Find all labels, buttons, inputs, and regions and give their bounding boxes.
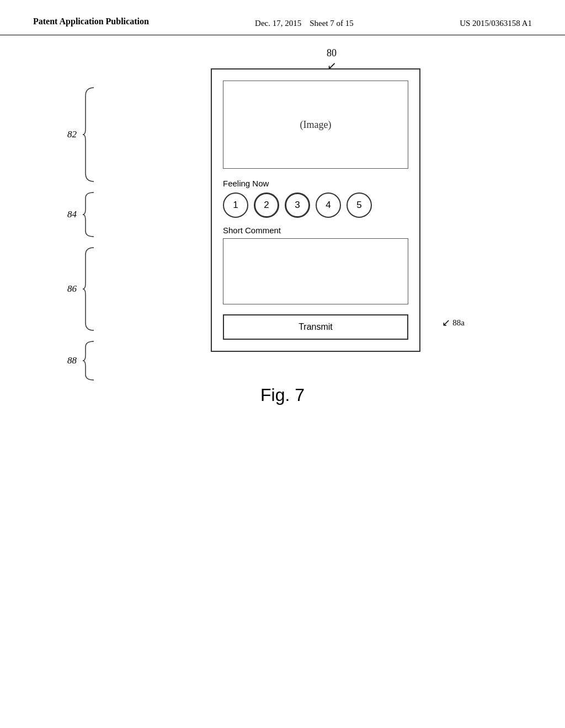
figure-caption: Fig. 7 <box>260 385 305 405</box>
brace-84-icon <box>80 190 97 239</box>
arrow-88a-icon: ↙ <box>442 317 450 329</box>
feeling-circle-4[interactable]: 4 <box>316 192 341 218</box>
annotation-88a: ↙ 88a <box>442 317 465 329</box>
label-86: 86 <box>67 283 77 295</box>
sheet-info: Sheet 7 of 15 <box>310 19 354 28</box>
page-header: Patent Application Publication Dec. 17, … <box>0 0 565 35</box>
feeling-section: Feeling Now 1 2 3 4 <box>223 179 408 218</box>
label-82: 82 <box>67 129 77 140</box>
device-frame: (Image) Feeling Now 1 2 3 <box>211 68 420 352</box>
annotation-82: 82 <box>67 85 97 184</box>
main-content: 82 84 86 88 <box>0 35 565 405</box>
comment-label: Short Comment <box>223 226 408 235</box>
annotation-88: 88 <box>67 339 97 383</box>
feeling-circle-1[interactable]: 1 <box>223 192 248 218</box>
annotation-84: 84 <box>67 190 97 239</box>
brace-88-icon <box>80 339 97 383</box>
feeling-circle-5[interactable]: 5 <box>347 192 372 218</box>
label-84: 84 <box>67 209 77 220</box>
label-88a: 88a <box>452 318 465 328</box>
publication-title: Patent Application Publication <box>33 15 149 28</box>
feeling-label: Feeling Now <box>223 179 408 188</box>
brace-86-icon <box>80 245 97 333</box>
feeling-circle-2[interactable]: 2 <box>254 192 279 218</box>
device-wrapper: 80 ↙ (Image) Feeling Now 1 <box>211 68 420 352</box>
image-section: (Image) <box>223 81 408 169</box>
comment-input-box[interactable] <box>223 238 408 304</box>
label-88: 88 <box>67 355 77 366</box>
feeling-circle-3[interactable]: 3 <box>285 192 310 218</box>
patent-number: US 2015/0363158 A1 <box>460 15 532 29</box>
publication-date: Dec. 17, 2015 <box>255 19 301 28</box>
label-80: 80 <box>327 47 337 59</box>
annotation-86: 86 <box>67 245 97 333</box>
publication-date-sheet: Dec. 17, 2015 Sheet 7 of 15 <box>255 15 354 29</box>
transmit-button[interactable]: Transmit <box>223 314 408 340</box>
comment-section: Short Comment <box>223 226 408 304</box>
brace-82-icon <box>80 85 97 184</box>
feeling-circles: 1 2 3 4 5 <box>223 192 408 218</box>
image-placeholder-text: (Image) <box>300 119 332 131</box>
figure-area: 82 84 86 88 <box>34 68 531 352</box>
